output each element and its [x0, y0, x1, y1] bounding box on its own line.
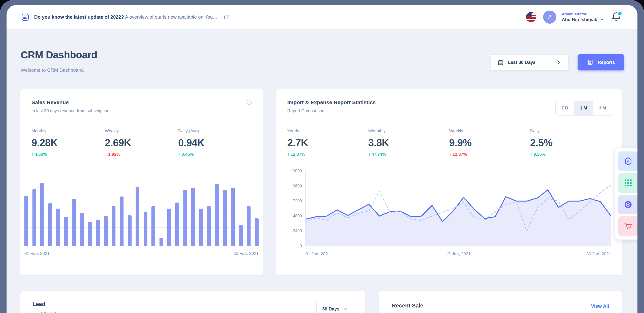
- stat-delta: 1.92%: [105, 152, 120, 157]
- stat-label: Weekly: [105, 129, 178, 134]
- bar[interactable]: [239, 225, 243, 246]
- announcement-text: Do you know the latest update of 2022? A…: [34, 14, 218, 20]
- bar[interactable]: [144, 212, 147, 246]
- calendar-icon: [497, 59, 504, 66]
- bar[interactable]: [231, 188, 235, 246]
- lead-range-value: 30 Days: [322, 306, 339, 312]
- import-line-chart[interactable]: 1200096007200480024000: [287, 171, 611, 246]
- avatar[interactable]: [543, 11, 556, 24]
- y-tick-label: 9600: [293, 184, 302, 188]
- language-flag-icon[interactable]: [526, 12, 536, 22]
- range-3m-button[interactable]: 3 M: [593, 101, 612, 115]
- announcement-link-text: A overview of our is now available on Yo…: [125, 14, 218, 20]
- lead-card: Lead Lead Statistics 30 Days: [20, 291, 366, 313]
- user-icon: [546, 14, 553, 21]
- bar[interactable]: [199, 209, 203, 246]
- bar[interactable]: [136, 187, 139, 246]
- bar[interactable]: [151, 206, 155, 246]
- gridline: [24, 246, 259, 246]
- stat-monothly: Monothly 3.8K 47.74%: [368, 129, 449, 157]
- bar[interactable]: [24, 196, 28, 246]
- lead-range-select[interactable]: 30 Days: [316, 301, 353, 313]
- bar[interactable]: [159, 238, 163, 246]
- notifications-button[interactable]: [611, 12, 622, 22]
- x-tick: 15 Jan, 2021: [407, 252, 509, 257]
- bar[interactable]: [207, 206, 211, 246]
- flag-canton: [526, 12, 532, 17]
- settings-button[interactable]: [618, 195, 637, 214]
- bar[interactable]: [32, 189, 36, 246]
- bar[interactable]: [223, 190, 227, 246]
- date-range-label: Last 30 Days: [508, 60, 536, 65]
- device-frame: Do you know the latest update of 2022? A…: [0, 0, 644, 313]
- bar[interactable]: [255, 218, 259, 246]
- bar[interactable]: [183, 190, 187, 246]
- stat-weekly: Weekly 2.69K 1.92%: [105, 129, 178, 157]
- bar[interactable]: [120, 197, 124, 246]
- user-name: Abu Bin Ishityak: [562, 17, 597, 22]
- topbar: Do you know the latest update of 2022? A…: [7, 5, 637, 29]
- stat-delta: 12.37%: [449, 152, 467, 157]
- sales-bar-chart[interactable]: 01 Feb, 2021 30 Feb, 2021: [24, 171, 259, 256]
- bar[interactable]: [104, 216, 108, 246]
- import-line-y-axis: 1200096007200480024000: [287, 171, 305, 246]
- help-icon[interactable]: ?: [246, 99, 253, 105]
- range-7d-button[interactable]: 7 D: [556, 101, 574, 115]
- bar[interactable]: [247, 206, 251, 246]
- date-range-button[interactable]: Last 30 Days: [491, 54, 569, 70]
- import-x-axis: 01 Jan, 2021 15 Jan, 2021 30 Jan, 2021: [305, 252, 611, 257]
- user-meta: Administrator Abu Bin Ishityak: [562, 12, 604, 22]
- chevron-down-icon: [600, 17, 604, 22]
- y-tick-label: 12000: [291, 169, 302, 173]
- y-tick-label: 2400: [293, 229, 302, 233]
- user-menu[interactable]: Administrator Abu Bin Ishityak: [543, 11, 604, 24]
- y-tick-label: 7200: [293, 199, 302, 203]
- bar[interactable]: [112, 206, 115, 246]
- bar[interactable]: [88, 222, 92, 246]
- bar[interactable]: [80, 213, 84, 246]
- bar[interactable]: [175, 203, 179, 246]
- chevron-down-icon: [343, 307, 347, 311]
- sales-stats: Monthly 9.28K 4.63% Weekly 2.69K 1.92% D…: [31, 129, 252, 157]
- import-stats: Yearly 2.7K 12.37% Monothly 3.8K 47.74% …: [287, 129, 611, 157]
- announcement-banner[interactable]: Do you know the latest update of 2022? A…: [21, 13, 229, 22]
- svg-text:d: d: [627, 159, 629, 163]
- stat-value: 0.94K: [178, 137, 252, 148]
- reports-label: Reports: [598, 60, 615, 65]
- bar[interactable]: [64, 217, 68, 246]
- bar[interactable]: [72, 199, 76, 246]
- bar[interactable]: [191, 188, 195, 246]
- bar[interactable]: [48, 203, 52, 246]
- y-tick-label: 0: [300, 244, 302, 248]
- sales-card-title: Sales Revenue: [31, 99, 252, 105]
- lead-card-title: Lead: [32, 301, 353, 307]
- bar[interactable]: [215, 184, 219, 246]
- view-all-link[interactable]: View All: [591, 303, 609, 309]
- user-role: Administrator: [562, 12, 604, 16]
- bar[interactable]: [128, 215, 132, 246]
- cart-button[interactable]: [618, 216, 637, 236]
- dashlite-logo-button[interactable]: d: [618, 151, 637, 171]
- lead-card-subtitle: Lead Statistics: [32, 311, 353, 313]
- stat-value: 2.7K: [287, 137, 368, 148]
- stat-label: Daily (Avg): [178, 129, 252, 134]
- bar[interactable]: [40, 183, 44, 246]
- stat-label: Monthly: [31, 129, 105, 134]
- bar[interactable]: [96, 220, 100, 246]
- sales-bar-plot: [24, 171, 259, 246]
- dashlite-logo-icon: d: [624, 157, 633, 166]
- stat-label: Weekly: [449, 129, 530, 134]
- external-link-icon[interactable]: [224, 14, 229, 20]
- svg-text:?: ?: [248, 100, 250, 104]
- recent-sale-title: Recent Sale: [392, 302, 609, 309]
- app-page: Do you know the latest update of 2022? A…: [7, 5, 637, 313]
- range-1m-button[interactable]: 1 M: [574, 101, 593, 115]
- gear-icon: [624, 200, 633, 209]
- stat-value: 2.69K: [105, 137, 178, 148]
- stat-delta: 9.35%: [530, 152, 545, 157]
- apps-grid-button[interactable]: [618, 173, 637, 193]
- bar[interactable]: [56, 209, 60, 246]
- apps-grid-icon: [624, 178, 633, 187]
- bar[interactable]: [167, 209, 171, 246]
- reports-button[interactable]: Reports: [578, 54, 624, 70]
